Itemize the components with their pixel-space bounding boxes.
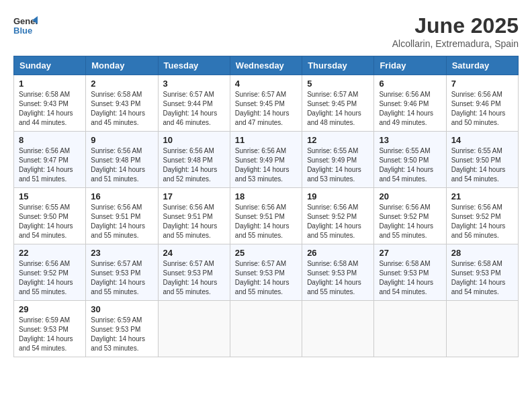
day-number: 28 [451,248,513,258]
day-info: Sunrise: 6:59 AM Sunset: 9:53 PM Dayligh… [19,316,81,353]
day-cell: 3 Sunrise: 6:57 AM Sunset: 9:44 PM Dayli… [158,75,230,132]
day-number: 2 [91,79,152,89]
day-info: Sunrise: 6:56 AM Sunset: 9:52 PM Dayligh… [19,259,81,297]
day-cell: 12 Sunrise: 6:55 AM Sunset: 9:49 PM Dayl… [302,132,374,188]
day-cell: 9 Sunrise: 6:56 AM Sunset: 9:48 PM Dayli… [86,132,158,188]
day-cell: 17 Sunrise: 6:56 AM Sunset: 9:51 PM Dayl… [158,188,230,244]
title-area: June 2025 Alcollarin, Extremadura, Spain [392,13,519,49]
svg-text:Blue: Blue [13,26,32,36]
day-number: 9 [91,135,152,145]
day-number: 12 [307,135,369,145]
day-cell: 30 Sunrise: 6:59 AM Sunset: 9:53 PM Dayl… [86,301,158,357]
day-number: 14 [451,135,513,145]
day-cell: 7 Sunrise: 6:56 AM Sunset: 9:46 PM Dayli… [446,75,518,132]
day-number: 27 [379,248,441,258]
day-info: Sunrise: 6:58 AM Sunset: 9:53 PM Dayligh… [451,259,513,297]
week-row-5: 29 Sunrise: 6:59 AM Sunset: 9:53 PM Dayl… [14,301,519,357]
day-cell: 25 Sunrise: 6:57 AM Sunset: 9:53 PM Dayl… [230,244,302,301]
week-row-2: 8 Sunrise: 6:56 AM Sunset: 9:47 PM Dayli… [14,132,519,188]
day-cell: 10 Sunrise: 6:56 AM Sunset: 9:48 PM Dayl… [158,132,230,188]
day-info: Sunrise: 6:57 AM Sunset: 9:53 PM Dayligh… [235,259,297,297]
day-number: 22 [19,248,81,258]
month-title: June 2025 [392,13,519,38]
day-number: 8 [19,135,81,145]
day-info: Sunrise: 6:59 AM Sunset: 9:53 PM Dayligh… [91,316,152,353]
header-cell-wednesday: Wednesday [230,56,302,75]
day-cell: 23 Sunrise: 6:57 AM Sunset: 9:53 PM Dayl… [86,244,158,301]
day-cell: 26 Sunrise: 6:58 AM Sunset: 9:53 PM Dayl… [302,244,374,301]
day-number: 21 [451,191,513,201]
header-cell-saturday: Saturday [446,56,518,75]
day-cell: 1 Sunrise: 6:58 AM Sunset: 9:43 PM Dayli… [14,75,86,132]
day-info: Sunrise: 6:55 AM Sunset: 9:50 PM Dayligh… [451,146,513,184]
day-cell: 27 Sunrise: 6:58 AM Sunset: 9:53 PM Dayl… [374,244,446,301]
week-row-1: 1 Sunrise: 6:58 AM Sunset: 9:43 PM Dayli… [14,75,519,132]
day-cell: 16 Sunrise: 6:56 AM Sunset: 9:51 PM Dayl… [86,188,158,244]
day-info: Sunrise: 6:57 AM Sunset: 9:53 PM Dayligh… [163,259,225,297]
day-cell: 20 Sunrise: 6:56 AM Sunset: 9:52 PM Dayl… [374,188,446,244]
day-cell: 5 Sunrise: 6:57 AM Sunset: 9:45 PM Dayli… [302,75,374,132]
day-info: Sunrise: 6:58 AM Sunset: 9:43 PM Dayligh… [91,90,152,128]
day-info: Sunrise: 6:56 AM Sunset: 9:46 PM Dayligh… [451,90,513,128]
day-cell [302,301,374,357]
day-cell: 4 Sunrise: 6:57 AM Sunset: 9:45 PM Dayli… [230,75,302,132]
day-number: 25 [235,248,297,258]
day-number: 16 [91,191,152,201]
day-info: Sunrise: 6:55 AM Sunset: 9:50 PM Dayligh… [19,203,81,240]
header: General Blue June 2025 Alcollarin, Extre… [13,13,519,49]
header-cell-tuesday: Tuesday [158,56,230,75]
day-cell: 18 Sunrise: 6:56 AM Sunset: 9:51 PM Dayl… [230,188,302,244]
day-info: Sunrise: 6:56 AM Sunset: 9:52 PM Dayligh… [379,203,441,240]
subtitle: Alcollarin, Extremadura, Spain [392,38,519,49]
day-number: 20 [379,191,441,201]
day-info: Sunrise: 6:56 AM Sunset: 9:51 PM Dayligh… [91,203,152,240]
day-info: Sunrise: 6:57 AM Sunset: 9:53 PM Dayligh… [91,259,152,297]
week-row-4: 22 Sunrise: 6:56 AM Sunset: 9:52 PM Dayl… [14,244,519,301]
day-cell: 28 Sunrise: 6:58 AM Sunset: 9:53 PM Dayl… [446,244,518,301]
day-info: Sunrise: 6:56 AM Sunset: 9:52 PM Dayligh… [307,203,369,240]
day-number: 17 [163,191,225,201]
header-cell-thursday: Thursday [302,56,374,75]
day-info: Sunrise: 6:56 AM Sunset: 9:51 PM Dayligh… [235,203,297,240]
day-cell [158,301,230,357]
day-cell: 29 Sunrise: 6:59 AM Sunset: 9:53 PM Dayl… [14,301,86,357]
day-info: Sunrise: 6:58 AM Sunset: 9:53 PM Dayligh… [379,259,441,297]
day-number: 4 [235,79,297,89]
day-info: Sunrise: 6:56 AM Sunset: 9:49 PM Dayligh… [235,146,297,184]
day-info: Sunrise: 6:56 AM Sunset: 9:52 PM Dayligh… [451,203,513,240]
day-cell: 21 Sunrise: 6:56 AM Sunset: 9:52 PM Dayl… [446,188,518,244]
day-cell: 13 Sunrise: 6:55 AM Sunset: 9:50 PM Dayl… [374,132,446,188]
day-info: Sunrise: 6:55 AM Sunset: 9:49 PM Dayligh… [307,146,369,184]
day-number: 18 [235,191,297,201]
header-row: SundayMondayTuesdayWednesdayThursdayFrid… [14,56,519,75]
day-info: Sunrise: 6:58 AM Sunset: 9:43 PM Dayligh… [19,90,81,128]
week-row-3: 15 Sunrise: 6:55 AM Sunset: 9:50 PM Dayl… [14,188,519,244]
day-info: Sunrise: 6:58 AM Sunset: 9:53 PM Dayligh… [307,259,369,297]
header-cell-sunday: Sunday [14,56,86,75]
day-cell: 11 Sunrise: 6:56 AM Sunset: 9:49 PM Dayl… [230,132,302,188]
day-number: 7 [451,79,513,89]
header-cell-friday: Friday [374,56,446,75]
day-info: Sunrise: 6:57 AM Sunset: 9:44 PM Dayligh… [163,90,225,128]
day-number: 3 [163,79,225,89]
day-info: Sunrise: 6:57 AM Sunset: 9:45 PM Dayligh… [307,90,369,128]
day-cell: 2 Sunrise: 6:58 AM Sunset: 9:43 PM Dayli… [86,75,158,132]
day-cell: 24 Sunrise: 6:57 AM Sunset: 9:53 PM Dayl… [158,244,230,301]
day-cell: 6 Sunrise: 6:56 AM Sunset: 9:46 PM Dayli… [374,75,446,132]
day-cell: 14 Sunrise: 6:55 AM Sunset: 9:50 PM Dayl… [446,132,518,188]
day-number: 30 [91,304,152,314]
day-number: 15 [19,191,81,201]
day-info: Sunrise: 6:57 AM Sunset: 9:45 PM Dayligh… [235,90,297,128]
day-info: Sunrise: 6:55 AM Sunset: 9:50 PM Dayligh… [379,146,441,184]
day-number: 11 [235,135,297,145]
day-number: 29 [19,304,81,314]
day-info: Sunrise: 6:56 AM Sunset: 9:51 PM Dayligh… [163,203,225,240]
day-cell: 8 Sunrise: 6:56 AM Sunset: 9:47 PM Dayli… [14,132,86,188]
logo: General Blue [13,13,38,38]
day-info: Sunrise: 6:56 AM Sunset: 9:48 PM Dayligh… [163,146,225,184]
logo-svg: General Blue [13,13,38,38]
day-info: Sunrise: 6:56 AM Sunset: 9:47 PM Dayligh… [19,146,81,184]
day-number: 23 [91,248,152,258]
day-info: Sunrise: 6:56 AM Sunset: 9:46 PM Dayligh… [379,90,441,128]
day-number: 5 [307,79,369,89]
